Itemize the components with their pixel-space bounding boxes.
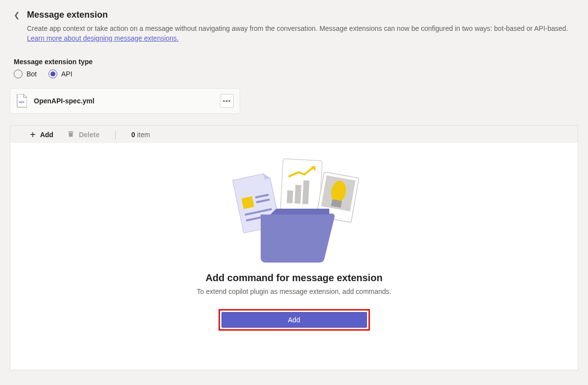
empty-state-subtitle: To extend copilot plugin as message exte… (197, 288, 392, 295)
svg-rect-3 (294, 185, 301, 204)
page-title: Message extension (27, 10, 108, 20)
plus-icon: + (30, 130, 36, 140)
svg-rect-4 (302, 180, 309, 204)
empty-state-title: Add command for message extension (205, 272, 382, 284)
item-count-number: 0 (131, 131, 135, 139)
add-button-highlight: Add (219, 309, 370, 331)
toolbar-add-button[interactable]: + Add (30, 130, 53, 140)
toolbar-delete-label: Delete (79, 131, 99, 139)
radio-circle-selected-icon (49, 70, 57, 78)
trash-icon (67, 130, 74, 139)
back-chevron-icon[interactable]: ❮ (14, 11, 20, 20)
svg-rect-9 (242, 196, 254, 209)
command-toolbar: + Add Delete 0 item (10, 125, 578, 143)
toolbar-add-label: Add (40, 131, 53, 139)
empty-state-illustration (225, 156, 363, 264)
radio-api-label: API (61, 70, 73, 78)
learn-more-link[interactable]: Learn more about designing message exten… (27, 34, 179, 42)
radio-dot-icon (50, 72, 55, 76)
extension-type-label: Message extension type (14, 58, 574, 66)
item-count: 0 item (131, 131, 150, 139)
file-more-button[interactable]: ••• (220, 94, 234, 108)
item-count-word: item (137, 131, 150, 139)
file-icon: </> (16, 94, 27, 108)
openapi-file-card[interactable]: </> OpenAPI-spec.yml ••• (10, 88, 240, 114)
command-list-panel: Add command for message extension To ext… (10, 143, 578, 370)
radio-bot[interactable]: Bot (14, 70, 37, 78)
add-command-button[interactable]: Add (221, 312, 367, 328)
svg-text:</>: </> (19, 100, 24, 104)
description-text: Create app context or take action on a m… (27, 24, 568, 32)
page-description: Create app context or take action on a m… (14, 24, 574, 43)
toolbar-divider (115, 130, 116, 139)
svg-rect-2 (287, 191, 293, 204)
toolbar-delete-button: Delete (67, 130, 99, 139)
extension-type-radio-group: Bot API (14, 70, 574, 78)
radio-circle-icon (14, 70, 23, 78)
file-name: OpenAPI-spec.yml (34, 97, 213, 105)
radio-api[interactable]: API (49, 70, 73, 78)
radio-bot-label: Bot (26, 70, 37, 78)
